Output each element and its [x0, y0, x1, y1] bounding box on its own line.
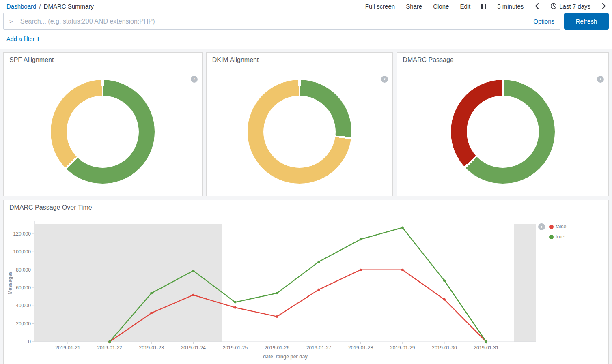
chevron-left-icon: ‹	[600, 77, 601, 81]
chevron-left-icon	[534, 3, 539, 9]
legend-toggle-button[interactable]: ›	[538, 223, 545, 230]
time-range-picker[interactable]: Last 7 days	[550, 3, 590, 10]
svg-text:100,000: 100,000	[13, 249, 31, 255]
search-input[interactable]	[19, 17, 529, 26]
panel-collapse-button[interactable]: ‹	[191, 76, 198, 83]
plus-icon: +	[36, 35, 40, 42]
menu-item-edit[interactable]: Edit	[460, 3, 470, 10]
panels-row: SPF Allignment ‹ DKIM Alignment ‹ DMARC …	[3, 52, 609, 196]
svg-text:20,000: 20,000	[16, 321, 31, 327]
top-menu: Full screen Share Clone Edit 5 minutes L…	[365, 3, 606, 10]
dmarc-donut-chart[interactable]	[451, 80, 555, 184]
chevron-left-icon: ‹	[193, 77, 195, 81]
panel-dmarc-passage-over-time: DMARC Passage Over Time 020,00040,00060,…	[3, 200, 609, 364]
legend-item-false[interactable]: false	[549, 224, 566, 229]
svg-text:2019-01-25: 2019-01-25	[223, 345, 248, 351]
options-link[interactable]: Options	[529, 18, 554, 25]
page-title: DMARC Summary	[44, 3, 94, 10]
time-range-label: Last 7 days	[559, 3, 590, 10]
svg-text:2019-01-24: 2019-01-24	[181, 345, 206, 351]
legend-color-dot	[549, 235, 554, 239]
panel-collapse-button[interactable]: ‹	[597, 76, 604, 83]
dashboard-content: SPF Allignment ‹ DKIM Alignment ‹ DMARC …	[0, 49, 612, 364]
svg-text:2019-01-27: 2019-01-27	[306, 345, 332, 351]
search-box: >_ Options	[3, 13, 560, 30]
line-chart-svg[interactable]: 020,00040,00060,00080,000100,000120,0002…	[4, 220, 606, 362]
menu-item-clone[interactable]: Clone	[433, 3, 449, 10]
svg-text:60,000: 60,000	[16, 285, 31, 291]
menu-item-full-screen[interactable]: Full screen	[365, 3, 395, 10]
refresh-interval-label[interactable]: 5 minutes	[497, 3, 524, 10]
svg-text:80,000: 80,000	[16, 267, 31, 273]
panel-title: DKIM Alignment	[207, 53, 393, 64]
time-prev-button[interactable]	[534, 3, 539, 9]
svg-text:2019-01-30: 2019-01-30	[432, 345, 457, 351]
time-next-button[interactable]	[601, 3, 606, 9]
svg-text:Messages: Messages	[7, 271, 13, 295]
legend-item-true[interactable]: true	[549, 234, 566, 240]
svg-text:2019-01-22: 2019-01-22	[97, 345, 122, 351]
chevron-left-icon: ‹	[384, 77, 386, 81]
svg-text:120,000: 120,000	[13, 231, 31, 237]
panel-title: DMARC Passage	[397, 53, 608, 64]
dkim-donut-chart[interactable]	[248, 80, 351, 184]
legend-label: false	[556, 224, 566, 229]
legend-color-dot	[549, 225, 554, 229]
chevron-right-icon	[601, 3, 606, 9]
refresh-button[interactable]: Refresh	[564, 13, 609, 30]
svg-text:2019-01-29: 2019-01-29	[390, 345, 415, 351]
svg-text:40,000: 40,000	[16, 303, 31, 308]
panel-dkim-alignment: DKIM Alignment ‹	[206, 52, 393, 196]
svg-text:date_range per day: date_range per day	[263, 354, 308, 360]
legend-label: true	[556, 234, 565, 240]
search-bar-row: >_ Options Refresh	[0, 11, 612, 32]
header: Dashboard / DMARC Summary Full screen Sh…	[0, 0, 612, 49]
svg-text:2019-01-26: 2019-01-26	[265, 345, 290, 351]
svg-text:2019-01-31: 2019-01-31	[474, 345, 499, 351]
top-bar: Dashboard / DMARC Summary Full screen Sh…	[0, 0, 612, 11]
query-prompt-icon: >_	[9, 18, 15, 25]
spf-donut-chart[interactable]	[51, 80, 155, 184]
chart-legend: false true	[549, 224, 566, 240]
panel-title: DMARC Passage Over Time	[4, 200, 608, 211]
filter-bar: Add a filter +	[0, 32, 612, 49]
add-filter-button[interactable]: Add a filter +	[6, 36, 40, 42]
pause-icon[interactable]	[481, 3, 486, 9]
panel-collapse-button[interactable]: ‹	[381, 76, 388, 83]
clock-icon	[550, 3, 557, 9]
breadcrumb: Dashboard / DMARC Summary	[6, 3, 94, 10]
chevron-right-icon: ›	[541, 224, 543, 229]
breadcrumb-separator: /	[39, 3, 41, 10]
panel-dmarc-passage: DMARC Passage ‹	[397, 52, 609, 196]
svg-text:2019-01-23: 2019-01-23	[139, 345, 164, 351]
svg-text:0: 0	[28, 339, 31, 345]
svg-text:2019-01-21: 2019-01-21	[55, 345, 80, 351]
add-filter-label: Add a filter	[6, 36, 34, 42]
menu-item-share[interactable]: Share	[406, 3, 422, 10]
panel-title: SPF Allignment	[4, 53, 202, 64]
breadcrumb-link-dashboard[interactable]: Dashboard	[6, 3, 36, 10]
svg-text:2019-01-28: 2019-01-28	[348, 345, 373, 351]
panel-spf-alignment: SPF Allignment ‹	[3, 52, 203, 196]
